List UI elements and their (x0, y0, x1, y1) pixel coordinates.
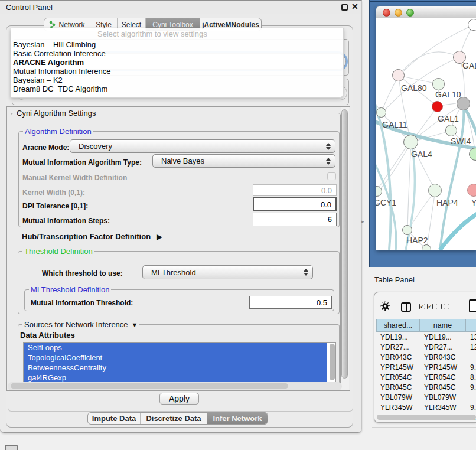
table-horizontal-scrollbar[interactable] (377, 415, 476, 420)
horizontal-scrollbar-track[interactable] (8, 382, 342, 390)
algorithm-definition-title: Algorithm Definition (23, 127, 93, 136)
algorithm-option[interactable]: Bayesian – K2 (13, 76, 63, 84)
which-threshold-combo[interactable]: MI Threshold (142, 265, 313, 279)
node-label: GCY1 (376, 198, 396, 207)
combo-arrows-icon (326, 155, 331, 167)
table-row[interactable]: YPR145WYPR145W9. (376, 362, 476, 372)
table-row[interactable]: YBL079WYBL079W (376, 392, 476, 402)
network-node[interactable] (428, 184, 442, 197)
close-icon[interactable]: ✕ (351, 2, 358, 11)
mi-type-combo[interactable]: Naive Bayes (152, 154, 335, 168)
network-node[interactable] (432, 78, 445, 90)
network-window-frame: GAL GAL80 GAL10 GAL1 SWI4 GAL11 GAL4 GCY… (369, 0, 476, 267)
algorithm-dropdown-popup: Select algorithm to view settings Bayesi… (11, 28, 344, 98)
list-item-selected[interactable]: BetweennessCentrality (24, 363, 327, 373)
network-node[interactable] (467, 184, 476, 197)
table-row[interactable]: YDL19...YDL19...13 (376, 332, 476, 342)
mi-steps-field[interactable]: 6 (253, 213, 337, 226)
deselect-all-columns-icon[interactable] (436, 304, 449, 309)
combo-arrows-icon (304, 266, 308, 279)
mi-threshold-group: MI Threshold Definition Mutual Informati… (24, 289, 334, 311)
dock-edge (372, 427, 476, 428)
dropdown-hint: Select algorithm to view settings (97, 30, 207, 38)
table-row[interactable]: YBR045CYBR045C9. (376, 382, 476, 392)
node-label: HAP4 (436, 198, 458, 207)
expand-arrow-icon: ▶ (157, 233, 162, 241)
column-header[interactable] (466, 319, 476, 331)
tab-infer-network[interactable]: Infer Network (207, 413, 268, 424)
list-item-selected[interactable]: gal4RGexp (24, 373, 327, 383)
column-header[interactable]: shared... (376, 319, 420, 331)
node-label: SWI4 (451, 136, 471, 146)
threshold-definition-group: Threshold Definition Which threshold to … (18, 251, 340, 314)
sources-title: Sources for Network Inference▼ (22, 320, 139, 329)
columns-icon[interactable] (401, 302, 411, 312)
table-row[interactable]: YBR043CYBR043C (376, 352, 476, 362)
vertical-scrollbar-thumb[interactable] (341, 109, 348, 379)
screen: Control Panel ✕ Network Style (0, 0, 476, 450)
threshold-definition-title: Threshold Definition (22, 247, 94, 256)
network-node[interactable] (422, 244, 431, 250)
sources-group: Sources for Network Inference▼ Data Attr… (18, 324, 340, 389)
data-attributes-list[interactable]: SelfLoops TopologicalCoefficient Between… (23, 342, 336, 383)
table-row[interactable]: YDR27...YDR27...12 (376, 342, 476, 352)
dock-corner-icon[interactable] (5, 445, 18, 450)
export-table-icon[interactable] (469, 299, 476, 312)
kernel-width-field[interactable]: 0.0 (253, 184, 337, 196)
mi-threshold-title: MI Threshold Definition (29, 285, 111, 294)
tab-discretize-data[interactable]: Discretize Data (141, 413, 207, 424)
control-panel-titlebar: Control Panel ✕ (0, 1, 361, 14)
splitpane-arrow-icon[interactable]: ▸ (361, 219, 364, 224)
network-canvas[interactable]: GAL GAL80 GAL10 GAL1 SWI4 GAL11 GAL4 GCY… (376, 18, 476, 250)
node-table: shared... name YDL19...YDL19...13 YDR27.… (376, 319, 476, 422)
dpi-tolerance-field[interactable]: 0.0 (253, 197, 337, 211)
network-node[interactable] (402, 225, 412, 235)
node-label: GAL80 (401, 83, 427, 93)
cyni-group-title: Cyni Algorithm Settings (15, 109, 97, 118)
network-node[interactable] (376, 107, 386, 118)
tab-impute-data[interactable]: Impute Data (88, 413, 141, 424)
settings-scrollpane: Cyni Algorithm Settings Algorithm Defini… (6, 106, 350, 391)
table-row[interactable]: YER054CYER054C8. (376, 372, 476, 382)
network-node[interactable] (392, 69, 405, 81)
algorithm-option[interactable]: Bayesian – Hill Climbing (13, 40, 96, 49)
network-window-titlebar[interactable] (376, 6, 476, 18)
frame-top-line (370, 1, 476, 2)
network-icon (49, 21, 56, 28)
aracne-mode-combo[interactable]: Discovery (70, 139, 335, 153)
horizontal-scrollbar-thumb[interactable] (11, 383, 288, 389)
list-item-selected[interactable]: TopologicalCoefficient (24, 353, 327, 363)
network-node[interactable] (403, 135, 418, 149)
network-node[interactable] (445, 125, 457, 136)
float-window-icon[interactable] (341, 4, 348, 11)
select-all-columns-icon[interactable]: ✓✓ (419, 304, 433, 309)
manual-kernel-label: Manual Kernel Width Definition (22, 174, 127, 182)
vertical-scrollbar-track[interactable] (341, 107, 349, 390)
table-panel-window: ✓✓ shared... name YDL19...YDL19...13 YDR… (374, 292, 476, 423)
mi-threshold-field[interactable]: 0.5 (249, 296, 332, 309)
network-node[interactable] (432, 101, 443, 112)
cyni-algorithm-settings-group: Cyni Algorithm Settings Algorithm Defini… (11, 113, 341, 388)
hub-definition-label: Hub/Transcription Factor Definition (22, 232, 151, 241)
list-scrollbar[interactable] (330, 344, 335, 380)
node-label: GAL (462, 61, 476, 70)
table-row[interactable]: YLR345WYLR345W9. (376, 402, 476, 412)
dpi-tolerance-label: DPI Tolerance [0,1]: (22, 202, 88, 210)
zoom-traffic-light[interactable] (406, 9, 414, 17)
hub-definition-toggle[interactable]: Hub/Transcription Factor Definition▶ (22, 232, 162, 241)
algorithm-option[interactable]: Basic Correlation Inference (13, 49, 106, 58)
algorithm-option[interactable]: Dream8 DC_TDC Algorithm (13, 84, 107, 93)
apply-button[interactable]: Apply (159, 393, 199, 405)
algorithm-option[interactable]: Mutual Information Inference (13, 67, 110, 76)
network-node[interactable] (468, 19, 476, 31)
minimize-traffic-light[interactable] (395, 9, 402, 17)
column-header[interactable]: name (420, 319, 466, 331)
network-window: GAL GAL80 GAL10 GAL1 SWI4 GAL11 GAL4 GCY… (376, 6, 476, 250)
close-traffic-light[interactable] (383, 9, 390, 17)
mi-threshold-label: Mutual Information Threshold: (31, 299, 133, 307)
manual-kernel-checkbox[interactable] (327, 172, 336, 180)
gear-icon[interactable] (380, 301, 390, 313)
table-header-row: shared... name (376, 319, 476, 332)
algorithm-option-selected[interactable]: ARACNE Algorithm (13, 58, 84, 67)
list-item-selected[interactable]: SelfLoops (24, 343, 327, 353)
